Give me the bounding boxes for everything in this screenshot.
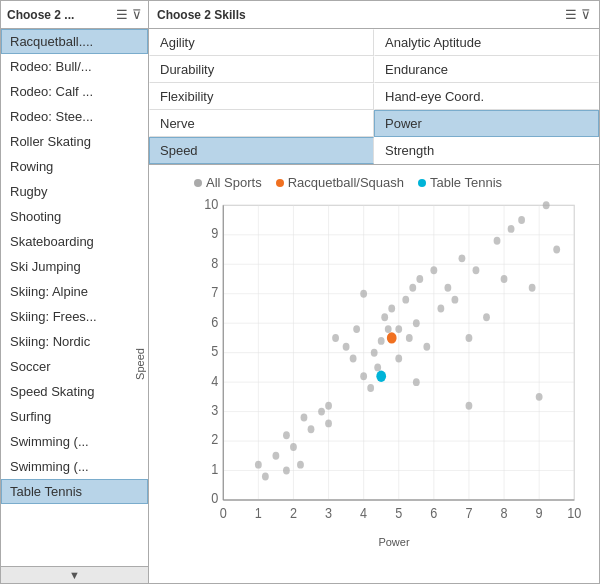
left-list-item-7[interactable]: Shooting: [1, 204, 148, 229]
left-list-item-3[interactable]: Rodeo: Stee...: [1, 104, 148, 129]
chart-area: All Sports Racquetball/Squash Table Tenn…: [149, 165, 599, 583]
left-list-item-15[interactable]: Surfing: [1, 404, 148, 429]
svg-point-67: [395, 325, 402, 333]
svg-point-87: [543, 201, 550, 209]
left-list-item-10[interactable]: Skiing: Alpine: [1, 279, 148, 304]
skill-cell-speed[interactable]: Speed: [149, 137, 374, 164]
svg-point-65: [388, 305, 395, 313]
svg-point-97: [376, 371, 386, 382]
svg-point-56: [350, 355, 357, 363]
legend-tennis: Table Tennis: [418, 175, 502, 190]
left-panel-header-icons: ☰ ⊽: [116, 8, 142, 21]
svg-point-61: [374, 363, 381, 371]
svg-point-89: [325, 402, 332, 410]
svg-point-60: [371, 349, 378, 357]
svg-point-66: [395, 355, 402, 363]
left-list-item-4[interactable]: Roller Skating: [1, 129, 148, 154]
svg-text:1: 1: [211, 461, 218, 477]
legend-all-sports-dot: [194, 179, 202, 187]
chart-svg: 001122334455667788991010: [194, 194, 584, 534]
skill-cell-durability[interactable]: Durability: [149, 56, 374, 83]
scroll-down-arrow[interactable]: ▼: [1, 566, 148, 583]
left-filter-icon[interactable]: ⊽: [132, 8, 142, 21]
svg-text:0: 0: [220, 505, 227, 521]
skill-cell-endurance[interactable]: Endurance: [374, 56, 599, 83]
left-list-item-12[interactable]: Skiing: Nordic: [1, 329, 148, 354]
left-list-item-13[interactable]: Soccer: [1, 354, 148, 379]
svg-point-54: [332, 334, 339, 342]
svg-point-46: [262, 472, 269, 480]
left-panel-title: Choose 2 ...: [7, 8, 74, 22]
svg-text:9: 9: [211, 225, 218, 241]
svg-text:7: 7: [211, 284, 218, 300]
svg-point-88: [553, 246, 560, 254]
right-filter-icon[interactable]: ⊽: [581, 8, 591, 21]
legend-tennis-dot: [418, 179, 426, 187]
svg-point-78: [459, 254, 466, 262]
right-panel-header-icons: ☰ ⊽: [565, 8, 591, 21]
right-panel: Choose 2 Skills ☰ ⊽ AgilityAnalytic Apti…: [149, 1, 599, 583]
svg-point-58: [360, 372, 367, 380]
legend-all-sports-label: All Sports: [206, 175, 262, 190]
svg-point-71: [413, 319, 420, 327]
svg-point-92: [360, 290, 367, 298]
svg-text:6: 6: [211, 314, 218, 330]
svg-point-94: [466, 402, 473, 410]
right-panel-title: Choose 2 Skills: [157, 8, 246, 22]
left-list-item-5[interactable]: Rowing: [1, 154, 148, 179]
svg-text:10: 10: [204, 196, 218, 212]
svg-point-68: [402, 296, 409, 304]
svg-point-70: [409, 284, 416, 292]
left-list-item-8[interactable]: Skateboarding: [1, 229, 148, 254]
svg-point-83: [501, 275, 508, 283]
skill-cell-strength[interactable]: Strength: [374, 137, 599, 164]
legend-racquetball: Racquetball/Squash: [276, 175, 404, 190]
svg-text:5: 5: [211, 343, 218, 359]
svg-text:5: 5: [395, 505, 402, 521]
left-sort-icon[interactable]: ☰: [116, 8, 128, 21]
left-list-item-17[interactable]: Swimming (...: [1, 454, 148, 479]
svg-point-82: [494, 237, 501, 245]
svg-text:3: 3: [211, 402, 218, 418]
left-list-item-16[interactable]: Swimming (...: [1, 429, 148, 454]
left-list-item-18[interactable]: Table Tennis: [1, 479, 148, 504]
svg-point-51: [308, 425, 315, 433]
svg-text:8: 8: [211, 255, 218, 271]
svg-point-76: [444, 284, 451, 292]
skill-cell-nerve[interactable]: Nerve: [149, 110, 374, 137]
svg-text:8: 8: [501, 505, 508, 521]
svg-point-91: [283, 467, 290, 475]
left-list-item-1[interactable]: Rodeo: Bull/...: [1, 54, 148, 79]
svg-point-64: [385, 325, 392, 333]
left-list-item-11[interactable]: Skiing: Frees...: [1, 304, 148, 329]
skill-cell-analytic-aptitude[interactable]: Analytic Aptitude: [374, 29, 599, 56]
svg-text:10: 10: [567, 505, 581, 521]
svg-text:6: 6: [430, 505, 437, 521]
svg-point-62: [378, 337, 385, 345]
svg-point-85: [518, 216, 525, 224]
left-list-item-6[interactable]: Rugby: [1, 179, 148, 204]
svg-text:3: 3: [325, 505, 332, 521]
svg-point-84: [508, 225, 515, 233]
skill-cell-power[interactable]: Power: [374, 110, 599, 137]
skill-cell-hand-eye-coord.[interactable]: Hand-eye Coord.: [374, 83, 599, 110]
right-panel-header: Choose 2 Skills ☰ ⊽: [149, 1, 599, 29]
skill-cell-agility[interactable]: Agility: [149, 29, 374, 56]
right-sort-icon[interactable]: ☰: [565, 8, 577, 21]
skill-cell-flexibility[interactable]: Flexibility: [149, 83, 374, 110]
left-panel: Choose 2 ... ☰ ⊽ Racquetball....Rodeo: B…: [1, 1, 149, 583]
svg-text:1: 1: [255, 505, 262, 521]
left-list-item-0[interactable]: Racquetball....: [1, 29, 148, 54]
left-list-item-9[interactable]: Ski Jumping: [1, 254, 148, 279]
svg-point-59: [367, 384, 374, 392]
left-list: Racquetball....Rodeo: Bull/...Rodeo: Cal…: [1, 29, 148, 566]
left-list-item-14[interactable]: Speed Skating: [1, 379, 148, 404]
legend-tennis-label: Table Tennis: [430, 175, 502, 190]
svg-text:2: 2: [290, 505, 297, 521]
left-panel-header: Choose 2 ... ☰ ⊽: [1, 1, 148, 29]
svg-point-75: [437, 305, 444, 313]
left-list-item-2[interactable]: Rodeo: Calf ...: [1, 79, 148, 104]
y-axis-label: Speed: [134, 348, 146, 380]
chart-wrapper: 001122334455667788991010: [194, 194, 584, 534]
svg-point-63: [381, 313, 388, 321]
